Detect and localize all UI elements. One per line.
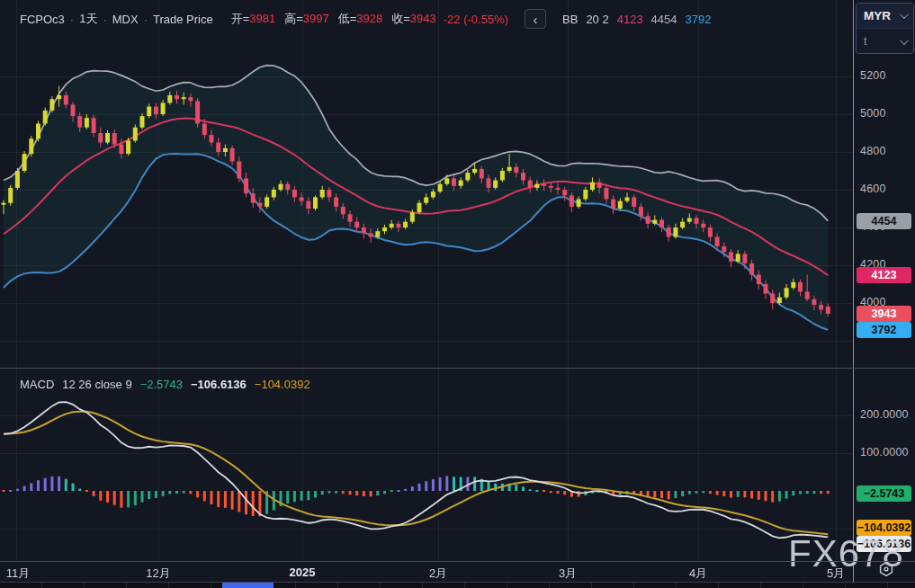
macd-line-value: −106.6136 bbox=[191, 378, 247, 391]
chevron-down-icon bbox=[900, 10, 909, 19]
bb-upper-value: 4454 bbox=[651, 13, 677, 26]
axis-settings-gear-icon[interactable] bbox=[876, 559, 896, 579]
interval-label[interactable]: 1天 bbox=[79, 11, 97, 27]
macd-tick-label: 100.0000 bbox=[860, 446, 909, 459]
open-value: 3981 bbox=[249, 12, 275, 25]
last-price-badge: 3943 bbox=[857, 306, 911, 322]
separator-dot: · bbox=[103, 13, 106, 26]
bb-params: 20 2 bbox=[586, 13, 608, 26]
bb-lower-value: 3792 bbox=[686, 13, 712, 26]
month-label: 12月 bbox=[139, 566, 178, 582]
month-label: 4月 bbox=[678, 566, 718, 582]
price-and-macd-chart[interactable] bbox=[0, 0, 853, 583]
high-label: 高= bbox=[284, 12, 303, 25]
bb-basis-value: 4123 bbox=[617, 13, 643, 26]
axis-unit-selector: MYR t bbox=[856, 3, 914, 54]
year-label: 2025 bbox=[283, 566, 322, 579]
macd-indicator-header[interactable]: MACD 12 26 close 9 −2.5743 −106.6136 −10… bbox=[20, 375, 310, 393]
macd-signal-value: −104.0392 bbox=[255, 378, 310, 391]
collapse-panel-button[interactable]: ‹ bbox=[525, 9, 546, 29]
currency-dropdown[interactable]: MYR bbox=[857, 4, 913, 29]
time-axis-separator bbox=[0, 561, 915, 562]
open-label: 开= bbox=[231, 12, 250, 25]
video-seek-bar[interactable] bbox=[0, 582, 915, 588]
month-label: 2月 bbox=[418, 566, 458, 582]
chart-window: FCPOc3 · 1天 · MDX · Trade Price 开=3981 高… bbox=[0, 0, 915, 588]
separator-dot: · bbox=[70, 13, 74, 26]
high-value: 3997 bbox=[303, 12, 329, 25]
macd-hist-value: −2.5743 bbox=[140, 378, 183, 391]
price-tick-label: 5000 bbox=[860, 107, 886, 120]
bb-upper-price-badge: 4454 bbox=[857, 213, 911, 229]
ohlc-readout: 开=3981 高=3997 低=3928 收=3943 bbox=[231, 11, 436, 27]
currency-value: MYR bbox=[864, 9, 891, 22]
month-label: 11月 bbox=[0, 566, 38, 582]
bb-basis-price-badge: 4123 bbox=[857, 267, 911, 283]
low-label: 低= bbox=[338, 12, 357, 25]
exchange-label: MDX bbox=[112, 13, 139, 26]
price-axis[interactable]: 5200 5000 4800 4600 4400 4200 4000 200.0… bbox=[854, 0, 915, 582]
bb-name: BB bbox=[562, 13, 578, 26]
month-label: 3月 bbox=[548, 566, 588, 582]
symbol-name[interactable]: FCPOc3 bbox=[20, 13, 65, 26]
price-tick-label: 4600 bbox=[860, 183, 886, 195]
macd-name: MACD bbox=[20, 378, 54, 391]
bb-lower-price-badge: 3792 bbox=[857, 322, 911, 338]
chevron-left-icon: ‹ bbox=[534, 13, 538, 26]
price-axis-border bbox=[853, 0, 854, 582]
series-type-label: Trade Price bbox=[153, 13, 213, 26]
unit-dropdown[interactable]: t bbox=[857, 29, 913, 54]
macd-hist-badge: −2.5743 bbox=[857, 486, 911, 502]
separator-dot: · bbox=[144, 13, 148, 26]
macd-tick-label: 200.0000 bbox=[860, 408, 909, 421]
close-value: 3943 bbox=[410, 12, 436, 25]
change-value: -22 (-0.55%) bbox=[444, 13, 508, 26]
price-tick-label: 4800 bbox=[860, 145, 886, 157]
low-value: 3928 bbox=[356, 12, 382, 25]
seek-progress-segment[interactable] bbox=[222, 583, 274, 588]
price-tick-label: 5200 bbox=[860, 69, 886, 82]
macd-params: 12 26 close 9 bbox=[62, 378, 131, 391]
close-label: 收= bbox=[391, 12, 410, 25]
symbol-header: FCPOc3 · 1天 · MDX · Trade Price 开=3981 高… bbox=[0, 8, 711, 30]
pane-separator[interactable] bbox=[0, 368, 915, 369]
chevron-down-icon bbox=[900, 36, 909, 45]
bb-indicator-header[interactable]: BB 20 2 4123 4454 3792 bbox=[562, 13, 711, 26]
unit-value: t bbox=[864, 35, 866, 48]
